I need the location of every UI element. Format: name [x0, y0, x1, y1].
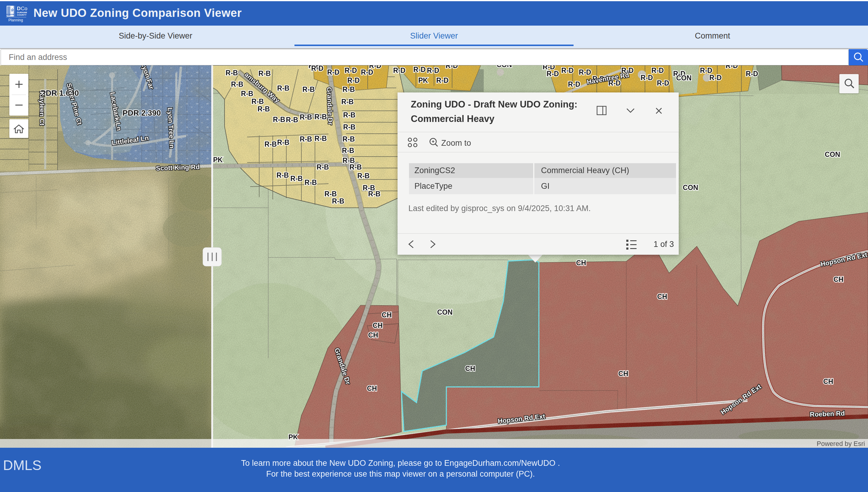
svg-text:CH: CH	[618, 370, 628, 377]
svg-text:R-B: R-B	[303, 85, 315, 93]
svg-text:CH: CH	[373, 322, 382, 329]
svg-text:R-B: R-B	[350, 163, 362, 171]
svg-text:R-B: R-B	[241, 90, 254, 98]
svg-text:R-B: R-B	[342, 98, 354, 106]
svg-text:Kayleen Ct: Kayleen Ct	[38, 91, 46, 126]
svg-text:PK: PK	[213, 156, 223, 164]
svg-text:R-D: R-D	[414, 66, 426, 73]
svg-text:PDR 2.390: PDR 2.390	[122, 108, 161, 118]
svg-text:R-B: R-B	[357, 172, 370, 180]
svg-text:R-D: R-D	[709, 74, 722, 81]
svg-text:R-B: R-B	[325, 190, 337, 198]
svg-text:Grandale Dr: Grandale Dr	[326, 87, 334, 125]
svg-text:R-B: R-B	[252, 98, 264, 105]
svg-text:R-D: R-D	[568, 80, 581, 88]
svg-text:R-D: R-D	[311, 65, 324, 72]
svg-text:R-D: R-D	[746, 70, 758, 78]
svg-text:R-D: R-D	[657, 79, 670, 87]
svg-text:CON: CON	[676, 74, 691, 82]
svg-text:DURHAM: DURHAM	[7, 14, 14, 15]
svg-text:R-D: R-D	[348, 76, 360, 84]
svg-text:R-B: R-B	[277, 84, 290, 92]
svg-text:R-B: R-B	[290, 175, 303, 182]
svg-text:R-B: R-B	[315, 134, 327, 142]
svg-text:R-D: R-D	[393, 67, 406, 74]
svg-text:R-B: R-B	[342, 147, 354, 154]
svg-text:R-B: R-B	[259, 70, 271, 77]
svg-text:CH: CH	[657, 293, 667, 300]
svg-text:CH: CH	[833, 275, 843, 283]
svg-text:CON: CON	[683, 184, 698, 192]
svg-text:R-B: R-B	[273, 116, 285, 123]
svg-text:R-D: R-D	[446, 65, 458, 70]
svg-text:CH: CH	[576, 259, 586, 267]
svg-text:R-B: R-B	[300, 135, 312, 143]
svg-text:R-B: R-B	[277, 139, 290, 146]
svg-text:R-B: R-B	[231, 80, 243, 88]
svg-text:R-D: R-D	[652, 67, 664, 74]
svg-text:R-B: R-B	[368, 190, 381, 198]
svg-text:R-B: R-B	[343, 123, 356, 131]
svg-text:R-B: R-B	[226, 69, 238, 77]
svg-text:R-B: R-B	[343, 85, 355, 93]
svg-text:Planning: Planning	[8, 18, 23, 22]
svg-text:R-B: R-B	[277, 171, 289, 179]
svg-text:R-D: R-D	[641, 74, 653, 81]
svg-text:CH: CH	[368, 331, 378, 339]
svg-text:R-D: R-D	[726, 65, 738, 70]
svg-text:R-B: R-B	[343, 111, 356, 119]
svg-text:CH: CH	[381, 311, 392, 319]
svg-text:CON: CON	[825, 151, 840, 158]
svg-text:CON: CON	[437, 308, 452, 316]
svg-text:Scott King Rd: Scott King Rd	[156, 163, 200, 172]
svg-text:CH: CH	[823, 377, 833, 386]
svg-text:R-D: R-D	[369, 65, 381, 70]
svg-text:R-B: R-B	[286, 116, 298, 124]
svg-text:R-D: R-D	[562, 67, 574, 74]
svg-text:R-D: R-D	[437, 76, 449, 84]
svg-text:COUNTY: COUNTY	[17, 14, 26, 16]
svg-text:R-D: R-D	[700, 67, 712, 74]
svg-text:R-B: R-B	[258, 105, 270, 113]
svg-text:R-B: R-B	[315, 113, 327, 121]
svg-text:CH: CH	[465, 365, 475, 372]
svg-text:R-B: R-B	[317, 163, 329, 171]
svg-text:R-D: R-D	[345, 67, 357, 74]
svg-text:Roeben Rd: Roeben Rd	[810, 410, 845, 418]
svg-text:R-D: R-D	[327, 68, 340, 76]
svg-text:R-D: R-D	[579, 68, 591, 76]
svg-text:CH: CH	[367, 385, 377, 392]
svg-text:R-B: R-B	[300, 113, 312, 121]
svg-text:R-B: R-B	[265, 140, 277, 148]
svg-text:Co: Co	[21, 6, 27, 11]
svg-text:R-D: R-D	[427, 67, 440, 74]
svg-text:PK: PK	[418, 76, 428, 84]
svg-text:R-B: R-B	[332, 197, 345, 205]
svg-text:R-D: R-D	[547, 70, 559, 78]
svg-text:R-B: R-B	[305, 178, 317, 187]
svg-text:D: D	[17, 6, 21, 11]
svg-text:R-B: R-B	[343, 135, 355, 143]
svg-text:CON: CON	[496, 65, 512, 69]
